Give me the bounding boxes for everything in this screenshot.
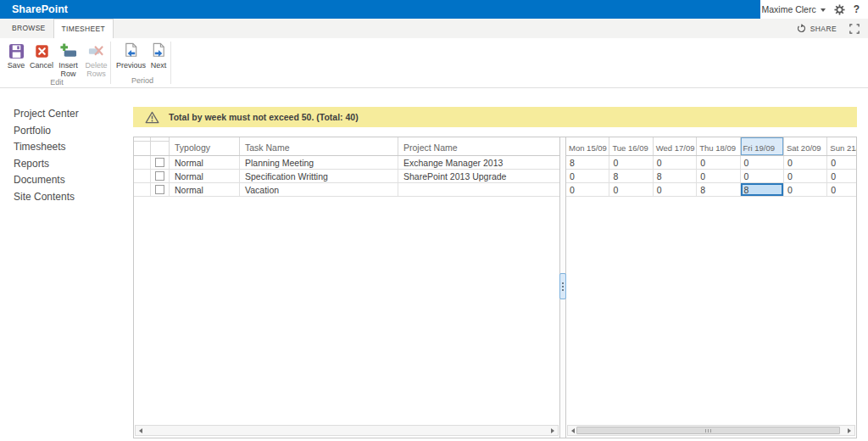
sidebar-item-documents[interactable]: Documents	[0, 172, 133, 189]
scroll-right-arrow-icon[interactable]	[551, 428, 554, 433]
hours-cell[interactable]: 0	[784, 170, 827, 182]
hours-cell[interactable]: 0	[609, 183, 653, 196]
sidebar-item-portfolio[interactable]: Portfolio	[0, 123, 133, 140]
hours-cell[interactable]: 8	[566, 156, 609, 169]
project-name-cell[interactable]: SharePoint 2013 Upgrade	[398, 170, 559, 182]
hours-cell[interactable]: 0	[697, 156, 740, 169]
hours-cell[interactable]: 0	[741, 156, 784, 169]
column-header-day[interactable]: Wed 17/09	[654, 137, 697, 155]
hours-row: 8 0 0 0 0 0 0	[566, 156, 856, 170]
delete-rows-icon	[87, 42, 105, 60]
splitter-handle[interactable]	[559, 273, 566, 299]
grid-right-pane: Mon 15/09 Tue 16/09 Wed 17/09 Thu 18/09 …	[566, 137, 856, 438]
row-indicator-header	[134, 137, 151, 155]
sidebar-item-timesheets[interactable]: Timesheets	[0, 139, 133, 156]
right-pane-horizontal-scrollbar[interactable]	[567, 425, 855, 436]
column-header-day[interactable]: Sun 21/09	[827, 137, 856, 155]
hours-cell[interactable]: 8	[697, 183, 740, 196]
hours-cell[interactable]: 8	[609, 170, 653, 182]
task-name-cell[interactable]: Vacation	[240, 183, 398, 196]
sidebar-item-project-center[interactable]: Project Center	[0, 106, 133, 123]
share-button[interactable]: SHARE	[797, 24, 837, 33]
column-header-day-selected[interactable]: Fri 19/09	[741, 137, 784, 155]
typology-cell[interactable]: Normal	[170, 156, 240, 169]
column-header-day[interactable]: Thu 18/09	[697, 137, 740, 155]
ribbon-tab-row: BROWSE TIMESHEET SHARE	[0, 19, 868, 38]
row-indicator[interactable]	[134, 170, 151, 182]
ribbon-group-period: Previous Next Period	[111, 38, 170, 87]
column-header-day[interactable]: Mon 15/09	[566, 137, 609, 155]
task-name-cell[interactable]: Specification Writting	[240, 170, 398, 182]
hours-cell[interactable]: 0	[566, 183, 609, 196]
help-button[interactable]: ?	[854, 3, 860, 15]
hours-cell[interactable]: 0	[827, 170, 856, 182]
column-header-project-name[interactable]: Project Name	[398, 137, 559, 155]
row-checkbox[interactable]	[155, 158, 164, 167]
scrollbar-grip-icon	[705, 429, 712, 433]
scrollbar-thumb[interactable]	[576, 427, 840, 434]
typology-cell[interactable]: Normal	[170, 170, 240, 182]
hours-cell[interactable]: 0	[827, 156, 856, 169]
splitter-grip-icon	[562, 282, 564, 284]
column-header-day[interactable]: Tue 16/09	[609, 137, 653, 155]
hours-cell[interactable]: 0	[654, 156, 697, 169]
ribbon-group-label-period: Period	[114, 76, 170, 87]
grid-splitter[interactable]	[559, 137, 566, 438]
focus-mode-button[interactable]	[849, 24, 860, 34]
hours-cell[interactable]: 0	[827, 183, 856, 196]
column-header-typology[interactable]: Typology	[170, 137, 240, 155]
ribbon-group-edit: Save Cancel Insert Row	[0, 38, 110, 87]
settings-gear-button[interactable]	[834, 4, 845, 15]
column-header-day[interactable]: Sat 20/09	[784, 137, 827, 155]
select-all-header[interactable]	[151, 137, 170, 155]
insert-row-icon	[59, 42, 77, 60]
scroll-left-arrow-icon[interactable]	[571, 428, 575, 433]
row-checkbox[interactable]	[155, 171, 164, 181]
project-name-cell[interactable]	[398, 183, 559, 196]
hours-cell[interactable]: 0	[609, 156, 653, 169]
tab-timesheet[interactable]: TIMESHEET	[53, 19, 114, 38]
chevron-down-icon	[821, 8, 826, 12]
hours-cell[interactable]: 0	[784, 183, 827, 196]
sidebar-item-reports[interactable]: Reports	[0, 156, 133, 173]
grid-left-pane: Typology Task Name Project Name Normal P…	[134, 137, 559, 438]
row-checkbox-cell	[151, 183, 170, 196]
left-pane-horizontal-scrollbar[interactable]	[135, 425, 559, 436]
next-icon	[150, 42, 168, 60]
share-label: SHARE	[810, 25, 837, 33]
sidebar-item-site-contents[interactable]: Site Contents	[0, 189, 133, 206]
scroll-left-arrow-icon[interactable]	[139, 428, 142, 433]
hours-cell[interactable]: 0	[741, 170, 784, 182]
share-sync-icon	[794, 22, 807, 35]
user-menu[interactable]: Maxime Clerc	[761, 4, 825, 14]
ribbon-group-separator	[170, 42, 171, 84]
task-name-cell[interactable]: Planning Meeting	[240, 156, 398, 169]
typology-cell[interactable]: Normal	[170, 183, 240, 196]
gear-icon	[834, 4, 845, 15]
row-indicator[interactable]	[134, 183, 151, 196]
next-button[interactable]: Next	[147, 40, 170, 70]
status-message: Total by week must not exceed 50. (Total…	[169, 112, 359, 122]
previous-button[interactable]: Previous	[114, 40, 147, 70]
hours-cell[interactable]: 8	[654, 170, 697, 182]
hours-cell[interactable]: 0	[784, 156, 827, 169]
grid-left-header-row: Typology Task Name Project Name	[134, 137, 559, 156]
insert-row-button[interactable]: Insert Row	[54, 40, 82, 78]
table-row: Normal Specification Writting SharePoint…	[134, 170, 559, 183]
tab-browse[interactable]: BROWSE	[4, 19, 53, 38]
scroll-right-arrow-icon[interactable]	[848, 428, 851, 433]
delete-rows-button[interactable]: Delete Rows	[82, 40, 110, 78]
hours-cell[interactable]: 0	[697, 170, 740, 182]
ribbon: Save Cancel Insert Row	[0, 38, 868, 88]
warning-icon	[145, 111, 159, 124]
save-button[interactable]: Save	[3, 40, 29, 70]
hours-cell-selected[interactable]: 8	[741, 183, 784, 196]
hours-cell[interactable]: 0	[566, 170, 609, 182]
column-header-task-name[interactable]: Task Name	[240, 137, 398, 155]
focus-mode-icon	[849, 24, 860, 34]
cancel-button[interactable]: Cancel	[29, 40, 54, 70]
row-checkbox[interactable]	[155, 185, 164, 194]
row-indicator[interactable]	[134, 156, 151, 169]
project-name-cell[interactable]: Exchange Manager 2013	[398, 156, 559, 169]
hours-cell[interactable]: 0	[654, 183, 697, 196]
